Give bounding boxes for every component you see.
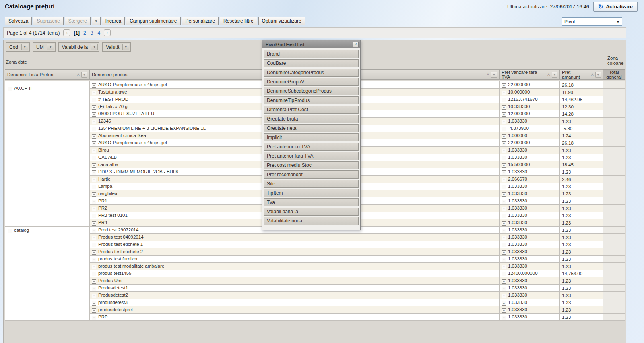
collapse-icon[interactable]: − <box>502 98 506 102</box>
chevron-down-icon[interactable]: ▼ <box>122 44 129 50</box>
chevron-down-icon[interactable]: ▼ <box>47 44 54 50</box>
field-item[interactable]: DenumireGrupaV <box>264 78 359 86</box>
collapse-icon[interactable]: − <box>502 178 506 182</box>
collapse-icon[interactable]: − <box>502 200 506 204</box>
collapse-icon[interactable]: − <box>502 250 506 255</box>
field-item[interactable]: DenumireCategorieProdus <box>264 69 359 77</box>
filter-chip-um[interactable]: UM▼ <box>33 42 56 52</box>
chevron-down-icon[interactable]: ▼ <box>91 44 98 50</box>
collapse-icon[interactable]: − <box>502 287 506 291</box>
column-header-pret-amanunt[interactable]: Pret amanunt△▼ <box>560 70 603 80</box>
field-item[interactable]: Valabil pana la <box>264 208 359 216</box>
field-item[interactable]: CodBare <box>264 59 359 67</box>
collapse-icon[interactable]: − <box>502 316 506 320</box>
collapse-icon[interactable]: − <box>92 105 96 110</box>
collapse-icon[interactable]: − <box>92 265 96 269</box>
collapse-icon[interactable]: − <box>92 316 96 320</box>
column-header-pret-vanzare-fara-tva[interactable]: Pret vanzare fara TVA△▼ <box>500 70 560 80</box>
collapse-icon[interactable]: − <box>92 120 96 124</box>
collapse-icon[interactable]: − <box>92 83 96 88</box>
row-group-cell[interactable]: −A0.CP-II <box>5 81 90 96</box>
collapse-icon[interactable]: − <box>92 214 96 218</box>
save-button[interactable]: Salvează <box>5 17 32 25</box>
extra-fields-button[interactable]: Campuri suplimentare <box>126 17 180 25</box>
view-mode-select[interactable]: Pivot ▼ <box>562 17 622 26</box>
collapse-icon[interactable]: − <box>92 127 96 131</box>
field-item[interactable]: DenumireTipProdus <box>264 96 359 104</box>
collapse-icon[interactable]: − <box>92 91 96 95</box>
collapse-icon[interactable]: − <box>502 279 506 284</box>
collapse-icon[interactable]: − <box>502 112 506 117</box>
collapse-icon[interactable]: − <box>92 243 96 247</box>
field-item[interactable]: Site <box>264 180 359 188</box>
collapse-icon[interactable]: − <box>92 149 96 153</box>
field-item[interactable]: Greutate bruta <box>264 115 359 123</box>
collapse-icon[interactable]: − <box>502 265 506 269</box>
close-icon[interactable]: × <box>353 42 359 47</box>
page-link-4[interactable]: 4 <box>97 30 100 36</box>
collapse-icon[interactable]: − <box>502 221 506 226</box>
collapse-icon[interactable]: − <box>502 229 506 233</box>
field-item[interactable]: TipItem <box>264 189 359 197</box>
refresh-button[interactable]: ↻ Actualizare <box>593 2 638 12</box>
delete-button[interactable]: Ștergere <box>65 17 91 25</box>
filter-chip-valabil-de-la[interactable]: Valabil de la▼ <box>58 42 100 52</box>
collapse-icon[interactable]: − <box>92 279 96 284</box>
collapse-icon[interactable]: − <box>92 98 96 102</box>
collapse-icon[interactable]: − <box>92 272 96 276</box>
collapse-icon[interactable]: − <box>92 250 96 255</box>
field-item[interactable]: Implicit <box>264 133 359 141</box>
collapse-icon[interactable]: − <box>502 163 506 168</box>
header-filter-dropdown-button[interactable]: ▼ <box>595 72 601 78</box>
collapse-icon[interactable]: − <box>8 229 12 233</box>
next-page-button[interactable]: › <box>104 29 111 36</box>
overwrite-button[interactable]: Suprascrie <box>33 17 63 25</box>
prev-page-button[interactable]: ‹ <box>63 29 70 36</box>
collapse-icon[interactable]: − <box>92 185 96 189</box>
header-filter-dropdown-button[interactable]: ▼ <box>491 72 497 78</box>
row-group-cell[interactable]: −catalog <box>5 227 90 321</box>
collapse-icon[interactable]: − <box>92 156 96 160</box>
collapse-icon[interactable]: − <box>92 200 96 204</box>
page-link-3[interactable]: 3 <box>91 30 93 36</box>
collapse-icon[interactable]: − <box>502 105 506 110</box>
field-item[interactable]: Pret anterior cu TVA <box>264 143 359 151</box>
reset-filters-button[interactable]: Resetare filtre <box>220 17 257 25</box>
view-options-button[interactable]: Optiuni vizualizare <box>258 17 305 25</box>
collapse-icon[interactable]: − <box>502 294 506 298</box>
filter-chip-valută[interactable]: Valută▼ <box>102 42 131 52</box>
field-item[interactable]: Brand <box>264 50 359 58</box>
collapse-icon[interactable]: − <box>502 214 506 218</box>
collapse-icon[interactable]: − <box>502 170 506 175</box>
collapse-icon[interactable]: − <box>502 127 506 131</box>
collapse-icon[interactable]: − <box>502 301 506 306</box>
collapse-icon[interactable]: − <box>502 91 506 95</box>
collapse-icon[interactable]: − <box>92 163 96 168</box>
field-item[interactable]: Valabilitate noua <box>264 217 359 225</box>
collapse-icon[interactable]: − <box>502 185 506 189</box>
field-item[interactable]: Pret anterior fara TVA <box>264 152 359 160</box>
collapse-icon[interactable]: − <box>8 87 12 91</box>
collapse-icon[interactable]: − <box>92 229 96 233</box>
collapse-icon[interactable]: − <box>92 112 96 117</box>
dialog-title-bar[interactable]: PivotGrid Field List × <box>262 40 360 48</box>
collapse-icon[interactable]: − <box>502 207 506 211</box>
field-item[interactable]: Tva <box>264 198 359 206</box>
collapse-icon[interactable]: − <box>92 294 96 298</box>
personalize-button[interactable]: Personalizare <box>182 17 219 25</box>
collapse-icon[interactable]: − <box>92 308 96 313</box>
field-item[interactable]: DenumireSubcategorieProdus <box>264 87 359 95</box>
header-filter-dropdown-button[interactable]: ▼ <box>81 72 87 78</box>
collapse-icon[interactable]: − <box>502 258 506 262</box>
collapse-icon[interactable]: − <box>502 308 506 313</box>
collapse-icon[interactable]: − <box>92 301 96 306</box>
collapse-icon[interactable]: − <box>92 287 96 291</box>
collapse-icon[interactable]: − <box>92 178 96 182</box>
collapse-icon[interactable]: − <box>502 149 506 153</box>
collapse-icon[interactable]: − <box>92 207 96 211</box>
collapse-icon[interactable]: − <box>502 192 506 197</box>
field-item[interactable]: Pret recomandat <box>264 170 359 179</box>
delete-dropdown-button[interactable]: ▼ <box>92 17 101 25</box>
collapse-icon[interactable]: − <box>502 134 506 139</box>
field-item[interactable]: Greutate neta <box>264 124 359 132</box>
